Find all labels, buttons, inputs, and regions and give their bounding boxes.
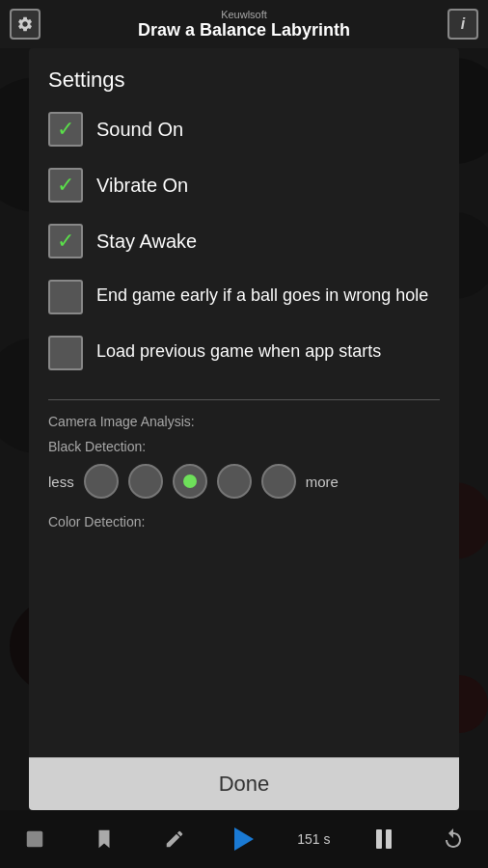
pause-bars: [376, 829, 392, 849]
timer-display: 151 s: [296, 822, 331, 856]
setting-row-end-game: End game early if a ball goes in wrong h…: [48, 280, 440, 314]
sound-on-checkbox[interactable]: ✓: [48, 112, 83, 147]
stay-awake-checkbox[interactable]: ✓: [48, 224, 83, 258]
stay-awake-label: Stay Awake: [96, 231, 197, 253]
sound-on-label: Sound On: [96, 119, 183, 141]
top-bar: Keuwlsoft Draw a Balance Labyrinth i: [0, 0, 488, 48]
camera-section-label: Camera Image Analysis:: [48, 414, 440, 429]
bottom-icon-bookmark[interactable]: [87, 822, 122, 856]
setting-row-stay-awake: ✓ Stay Awake: [48, 224, 440, 258]
play-icon[interactable]: [227, 822, 261, 856]
black-detection-btn-3[interactable]: [173, 464, 207, 499]
black-detection-btn-5[interactable]: [261, 464, 296, 499]
end-game-label: End game early if a ball goes in wrong h…: [96, 280, 428, 308]
color-detection-label: Color Detection:: [48, 514, 440, 529]
gear-icon-button[interactable]: [10, 9, 41, 40]
black-detection-label: Black Detection:: [48, 439, 440, 454]
setting-row-vibrate: ✓ Vibrate On: [48, 168, 440, 203]
pause-bar-right: [386, 829, 392, 849]
vibrate-on-checkbox[interactable]: ✓: [48, 168, 83, 203]
radio-selected-dot: [183, 475, 197, 488]
end-game-checkbox[interactable]: [48, 280, 83, 314]
developer-label: Keuwlsoft: [221, 9, 267, 20]
bottom-bar: 151 s: [0, 810, 488, 868]
info-icon-button[interactable]: i: [447, 9, 478, 40]
black-detection-btn-2[interactable]: [128, 464, 163, 499]
pause-bar-left: [376, 829, 382, 849]
app-title: Draw a Balance Labyrinth: [138, 20, 350, 41]
load-previous-label: Load previous game when app starts: [96, 336, 381, 364]
settings-title: Settings: [48, 68, 440, 93]
undo-icon[interactable]: [436, 822, 471, 856]
setting-row-load-previous: Load previous game when app starts: [48, 336, 440, 370]
stay-awake-check-icon: ✓: [57, 231, 74, 252]
settings-dialog: Settings ✓ Sound On ✓ Vibrate On ✓ Stay …: [29, 48, 459, 810]
vibrate-on-check-icon: ✓: [57, 175, 74, 196]
play-triangle: [234, 827, 254, 851]
vibrate-on-label: Vibrate On: [96, 175, 188, 197]
bottom-icon-square[interactable]: [17, 822, 52, 856]
less-label: less: [48, 474, 74, 490]
more-label: more: [306, 474, 339, 490]
done-button[interactable]: Done: [219, 772, 270, 797]
done-button-area[interactable]: Done: [29, 757, 459, 810]
black-detection-btn-1[interactable]: [84, 464, 119, 499]
pencil-icon[interactable]: [157, 822, 192, 856]
load-previous-checkbox[interactable]: [48, 336, 83, 370]
timer-text: 151 s: [297, 831, 330, 847]
svg-rect-0: [27, 831, 43, 848]
section-divider: [48, 399, 440, 400]
setting-row-sound: ✓ Sound On: [48, 112, 440, 147]
black-detection-row: less more: [48, 464, 440, 499]
sound-on-check-icon: ✓: [57, 119, 74, 140]
app-title-area: Keuwlsoft Draw a Balance Labyrinth: [41, 9, 447, 41]
black-detection-btn-4[interactable]: [217, 464, 252, 499]
pause-icon[interactable]: [366, 822, 401, 856]
